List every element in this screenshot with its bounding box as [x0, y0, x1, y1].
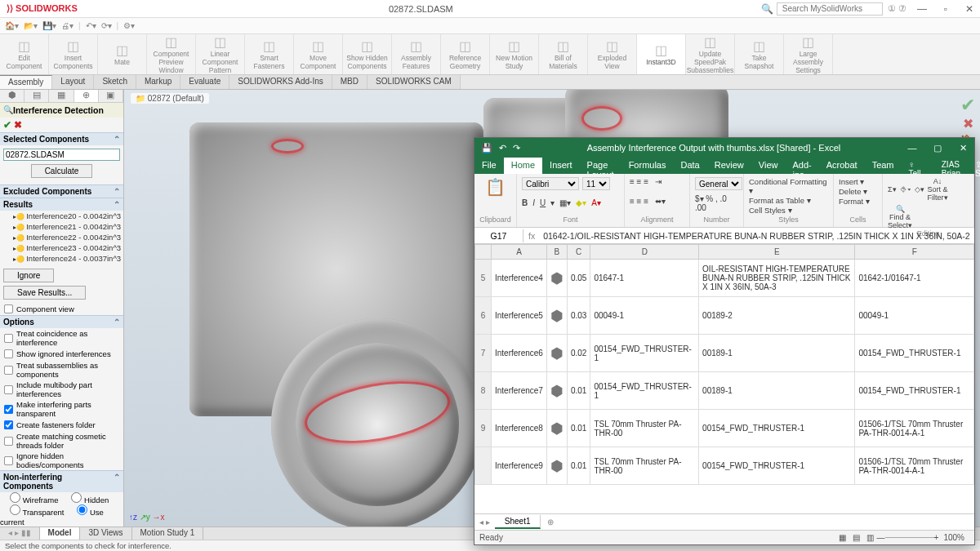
opt-create-matching-cosmetic-threads-folder[interactable]: Create matching cosmetic threads folder	[0, 431, 123, 451]
xl-close-icon[interactable]: ✕	[951, 143, 974, 153]
xl-autosum[interactable]: Σ▾	[888, 185, 897, 193]
xl-fill[interactable]: ⯑▾	[900, 185, 911, 193]
xl-redo-icon[interactable]: ↷	[513, 143, 520, 153]
xl-tabr[interactable]: ZIAS Brian	[934, 158, 968, 174]
fm-tab-conf[interactable]: ▦	[49, 90, 74, 102]
result-item[interactable]: Interference21 - 0.0042in^3	[0, 221, 123, 232]
xl-view-break[interactable]: ▥	[863, 533, 877, 542]
xl-tab-view[interactable]: View	[751, 158, 786, 174]
opt-show-ignored-interferences[interactable]: Show ignored interferences	[0, 348, 123, 360]
opt-include-multibody-part-interferences[interactable]: Include multibody part interferences	[0, 380, 123, 399]
ribbon-show-hidden-components[interactable]: ◫Show Hidden Components	[343, 34, 392, 74]
open-icon[interactable]: 📂▾	[24, 21, 38, 30]
bt-motion[interactable]: Motion Study 1	[132, 527, 204, 540]
minimize-icon[interactable]: —	[911, 3, 933, 15]
fx-icon[interactable]: fx	[523, 231, 540, 241]
view-accept-icon[interactable]: ✔	[960, 95, 975, 116]
result-item[interactable]: Interference23 - 0.0042in^3	[0, 242, 123, 253]
tab-layout[interactable]: Layout	[52, 75, 94, 89]
close-icon[interactable]: ✕	[959, 3, 980, 15]
xl-tabr[interactable]: ♀ Tell me...	[902, 158, 934, 174]
xl-row[interactable]: 8Interference7⬢0.0100154_FWD_THRUSTER-10…	[475, 372, 974, 410]
opt-treat-coincidence-as-interference[interactable]: Treat coincidence as interference	[0, 328, 123, 348]
xl-sort[interactable]: A↓Sort &Filter▾	[928, 177, 948, 202]
xl-tab-home[interactable]: Home	[504, 158, 542, 174]
opt-make-interfering-parts-transparent[interactable]: Make interfering parts transparent	[0, 399, 123, 419]
xl-min-icon[interactable]: —	[901, 143, 924, 153]
rebuild-icon[interactable]: ⟳▾	[101, 21, 112, 30]
fm-tab-prop[interactable]: ▤	[24, 90, 49, 102]
ribbon-update-speedpak-subassemblies[interactable]: ◫Update SpeedPak Subassemblies	[686, 34, 735, 74]
options-icon[interactable]: ⚙▾	[123, 21, 135, 30]
xl-numfmt[interactable]: General	[695, 177, 742, 190]
pm-sec-options[interactable]: Options	[0, 315, 123, 328]
sw-search[interactable]	[777, 2, 883, 16]
xl-styles-item[interactable]: Format as Table ▾	[749, 196, 828, 205]
xl-row[interactable]: 6Interference5⬢0.0300049-100189-200049-1	[475, 297, 974, 335]
result-item[interactable]: Interference22 - 0.0042in^3	[0, 232, 123, 242]
ribbon-move-component[interactable]: ◫Move Component	[294, 34, 343, 74]
pm-sec-nonint[interactable]: Non-interfering Components	[0, 470, 123, 492]
pm-ok[interactable]: ✔	[3, 119, 11, 131]
pm-save-results[interactable]: Save Results...	[3, 286, 86, 300]
ribbon-linear-component-pattern[interactable]: ◫Linear Component Pattern	[196, 34, 245, 74]
opt-treat-subassemblies-as-components[interactable]: Treat subassemblies as components	[0, 360, 123, 380]
xl-font[interactable]: Calibri	[522, 177, 579, 190]
tab-markup[interactable]: Markup	[136, 75, 180, 89]
undo-icon[interactable]: ↶▾	[86, 21, 96, 30]
ribbon-edit-component[interactable]: ◫Edit Component	[0, 34, 49, 74]
xl-namebox[interactable]: G17	[474, 229, 523, 242]
xl-add-sheet[interactable]: ⊕	[541, 516, 560, 528]
xl-row[interactable]: 9Interference8⬢0.01TSL 70mm Thruster PA-…	[475, 410, 974, 447]
xl-cells-item[interactable]: Delete ▾	[839, 187, 877, 196]
xl-view-normal[interactable]: ▦	[835, 533, 849, 542]
xl-grid[interactable]: ABCDEF5Interference4⬢0.0501647-1OIL-RESI…	[474, 244, 974, 513]
xl-cells-item[interactable]: Format ▾	[839, 197, 877, 206]
bt-model[interactable]: Model	[40, 527, 81, 540]
view-reject-icon[interactable]: ✖	[963, 116, 973, 131]
xl-tab-add-ins[interactable]: Add-ins	[785, 158, 818, 174]
help-icon[interactable]: ① ⑦	[883, 3, 911, 14]
pm-cancel[interactable]: ✖	[14, 119, 22, 131]
sw-breadcrumb[interactable]: 📁 02872 (Default)	[131, 93, 209, 104]
tab-mbd[interactable]: MBD	[332, 75, 368, 89]
xl-sheet1[interactable]: Sheet1	[495, 515, 541, 529]
ribbon-instant-d[interactable]: ◫Instant3D	[637, 34, 686, 74]
tab-sketch[interactable]: Sketch	[94, 75, 136, 89]
xl-row[interactable]: 5Interference4⬢0.0501647-1OIL-RESISTANT …	[475, 260, 974, 297]
xl-tabr[interactable]: ⇪ Share	[968, 158, 980, 174]
xl-tab-file[interactable]: File	[474, 158, 504, 174]
xl-tab-insert[interactable]: Insert	[542, 158, 580, 174]
xl-styles-item[interactable]: Conditional Formatting ▾	[749, 177, 828, 195]
xl-zoom-out[interactable]: —	[877, 533, 885, 542]
xl-fontsize[interactable]: 11	[582, 177, 610, 190]
save-icon[interactable]: 💾▾	[42, 21, 56, 30]
xl-styles-item[interactable]: Cell Styles ▾	[749, 206, 828, 215]
fm-tab-eval[interactable]: ⊕	[74, 90, 99, 102]
xl-row[interactable]: 7Interference6⬢0.0200154_FWD_THRUSTER-10…	[475, 335, 974, 372]
xl-tab-acrobat[interactable]: Acrobat	[819, 158, 865, 174]
pm-calculate[interactable]: Calculate	[31, 164, 93, 178]
ribbon-reference-geometry[interactable]: ◫Reference Geometry	[441, 34, 490, 74]
pm-sec-results[interactable]: Results	[0, 198, 123, 211]
xl-tab-formulas[interactable]: Formulas	[621, 158, 674, 174]
pm-component-view[interactable]: Component view	[0, 303, 123, 315]
xl-paste[interactable]: 📋	[479, 177, 511, 197]
bt-3dviews[interactable]: 3D Views	[80, 527, 131, 540]
home-icon[interactable]: 🏠▾	[5, 21, 19, 30]
tab-solidworks-cam[interactable]: SOLIDWORKS CAM	[368, 75, 461, 89]
ribbon-assembly-features[interactable]: ◫Assembly Features	[392, 34, 441, 74]
ribbon-smart-fasteners[interactable]: ◫Smart Fasteners	[245, 34, 294, 74]
xl-tab-page-layout[interactable]: Page Layout	[580, 158, 621, 174]
xl-tab-team[interactable]: Team	[865, 158, 902, 174]
opt-create-fasteners-folder[interactable]: Create fasteners folder	[0, 419, 123, 431]
xl-cells-item[interactable]: Insert ▾	[839, 177, 877, 186]
pm-sec-selected[interactable]: Selected Components	[0, 132, 123, 145]
print-icon[interactable]: 🖨▾	[61, 21, 74, 30]
xl-clear[interactable]: ◇▾	[915, 185, 924, 193]
fill-icon[interactable]: ◆▾	[576, 198, 586, 207]
restore-icon[interactable]: ▫	[935, 3, 956, 15]
ribbon-mate[interactable]: ◫Mate	[98, 34, 147, 74]
xl-tab-review[interactable]: Review	[707, 158, 751, 174]
xl-save-icon[interactable]: 💾	[481, 143, 492, 153]
